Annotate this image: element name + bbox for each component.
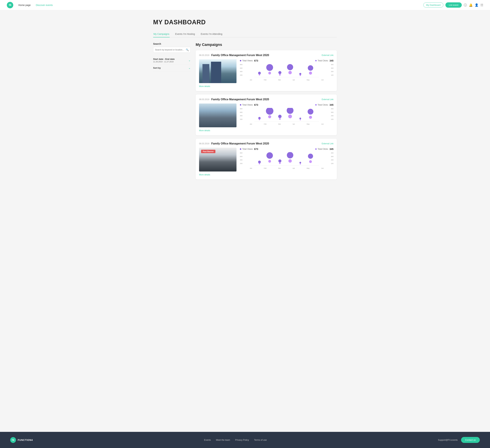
footer-support-email: Support@F4.events (438, 439, 458, 441)
user-icon[interactable]: 👤 (475, 3, 478, 7)
menu-icon[interactable]: ☷ (481, 3, 483, 7)
sort-filter[interactable]: Sort by ⌄ (153, 65, 191, 71)
bell-icon[interactable]: 🔔 (469, 3, 473, 7)
footer-link-terms[interactable]: Terms of use (254, 439, 267, 441)
campaign-body: Total Views: 673 Total Clicks: 345 (199, 59, 333, 83)
chart-left-labels: 800 600 400 200 (240, 108, 243, 123)
campaign-card: 08.03.2019 Family Office Management Foru… (196, 50, 337, 91)
campaign-date: 08.03.2019 (199, 54, 209, 56)
campaign-header: 08.03.2019 Family Office Management Foru… (199, 98, 333, 101)
clicks-label: Total Clicks: (318, 59, 329, 62)
views-value: 673 (254, 103, 258, 106)
sort-filter-label: Sort by (153, 67, 161, 69)
tab-attending[interactable]: Events I'm Attending (201, 31, 223, 37)
svg-point-29 (268, 160, 271, 163)
svg-point-37 (309, 160, 312, 163)
search-section: Search 🔍 (153, 42, 191, 53)
svg-point-7 (288, 71, 292, 74)
chart-right-labels: 400 300 200 100 (330, 152, 333, 167)
campaign-date: 08.03.2019 (199, 98, 209, 101)
content-area: Search 🔍 Start date - End date 11.26.201… (153, 42, 337, 183)
bubble-chart-svg (244, 64, 330, 77)
more-details-link[interactable]: More details (199, 174, 210, 176)
clicks-stat: Total Clicks: 345 (315, 103, 333, 106)
campaign-date: 08.03.2019 (199, 143, 209, 145)
svg-point-2 (266, 64, 273, 71)
campaign-meta: 08.03.2019 Family Office Management Foru… (199, 98, 269, 101)
svg-point-19 (287, 108, 294, 114)
dashboard-button[interactable]: My Dashboard (423, 2, 444, 8)
footer-brand-name: FUNCTION4 (18, 439, 33, 441)
date-filter-label: Start date - End date (153, 58, 175, 60)
contact-us-button[interactable]: Contact us (461, 437, 480, 443)
nav-links: Home page Discover events (18, 4, 423, 7)
search-input[interactable] (155, 49, 184, 51)
external-link[interactable]: External Link (322, 54, 333, 56)
svg-point-6 (287, 64, 293, 70)
views-stat: Total Views: 673 (240, 148, 258, 150)
svg-point-31 (279, 162, 281, 164)
svg-point-35 (300, 163, 301, 165)
search-label: Search (153, 42, 191, 45)
clicks-dot (315, 60, 317, 61)
more-details-link[interactable]: More details (199, 129, 210, 132)
svg-point-33 (288, 159, 292, 163)
views-dot (240, 148, 241, 150)
views-stat: Total Views: 673 (240, 103, 258, 106)
svg-point-27 (259, 163, 260, 164)
footer-logo-icon: f4 (10, 437, 16, 443)
campaign-header: 08.03.2019 Family Office Management Foru… (199, 54, 333, 57)
campaigns-area: My Campaigns 08.03.2019 Family Office Ma… (196, 42, 337, 183)
views-label: Total Views: (242, 59, 253, 62)
footer-link-team[interactable]: Meet the team (216, 439, 230, 441)
svg-point-15 (266, 108, 273, 115)
chart-stats: Total Views: 673 Total Clicks: 345 (240, 59, 333, 62)
sidebar: Search 🔍 Start date - End date 11.26.201… (153, 42, 191, 183)
footer-link-events[interactable]: Events (204, 439, 211, 441)
external-link[interactable]: External Link (322, 143, 333, 145)
svg-point-5 (279, 74, 281, 76)
nav-discover[interactable]: Discover events (36, 4, 53, 7)
date-filter[interactable]: Start date - End date 11.26.2019 - 11.27… (153, 56, 191, 65)
footer-right: Support@F4.events Contact us (438, 437, 480, 443)
chart-area: Total Views: 673 Total Clicks: 345 (240, 148, 333, 171)
bubble-chart-svg (244, 108, 330, 121)
clicks-value: 345 (330, 103, 333, 106)
clicks-value: 345 (330, 148, 333, 150)
external-link[interactable]: External Link (322, 98, 333, 101)
nav-logo[interactable]: f4 (7, 2, 13, 8)
tab-campaigns[interactable]: My Campaigns (153, 31, 170, 37)
svg-point-0 (258, 72, 261, 75)
svg-point-23 (308, 109, 313, 115)
chart-plot: JanFebMarAprMayJun (244, 152, 330, 167)
chart-plot: JanFebMarAprMayJun (244, 64, 330, 79)
nav-actions: My Dashboard List event ⓘ 🔔 👤 ☷ (423, 2, 483, 8)
footer-link-privacy[interactable]: Privacy Policy (235, 439, 249, 441)
campaign-name: Family Office Management Forum West 2020 (211, 54, 269, 57)
date-filter-chevron: ⌄ (188, 59, 191, 62)
more-details-link[interactable]: More details (199, 85, 210, 87)
chart-x-labels: JanFebMarAprMayJun (244, 78, 330, 81)
views-dot (240, 104, 241, 106)
views-dot (240, 60, 241, 61)
svg-point-4 (278, 71, 281, 74)
footer-logo: f4 FUNCTION4 (10, 437, 33, 443)
info-icon[interactable]: ⓘ (464, 3, 467, 7)
svg-point-16 (268, 115, 271, 118)
chart-right-labels: 400 300 200 100 (330, 108, 333, 123)
list-event-button[interactable]: List event (446, 2, 462, 8)
svg-point-20 (288, 115, 292, 118)
main-content: MY DASHBOARD My Campaigns Events I'm Hos… (143, 10, 347, 432)
svg-point-3 (268, 72, 271, 75)
clicks-value: 345 (330, 59, 333, 62)
campaign-image: Past Banner (199, 148, 236, 171)
campaign-header: 08.03.2019 Family Office Management Foru… (199, 142, 333, 145)
tab-hosting[interactable]: Events I'm Hosting (175, 31, 195, 37)
chart-left-labels: 800 600 400 200 (240, 152, 243, 167)
search-icon: 🔍 (186, 48, 189, 51)
logo-icon: f4 (7, 2, 13, 8)
search-box[interactable]: 🔍 (153, 47, 191, 53)
campaign-card: 08.03.2019 Family Office Management Foru… (196, 94, 337, 135)
campaign-meta: 08.03.2019 Family Office Management Foru… (199, 54, 269, 57)
nav-home[interactable]: Home page (18, 4, 31, 7)
